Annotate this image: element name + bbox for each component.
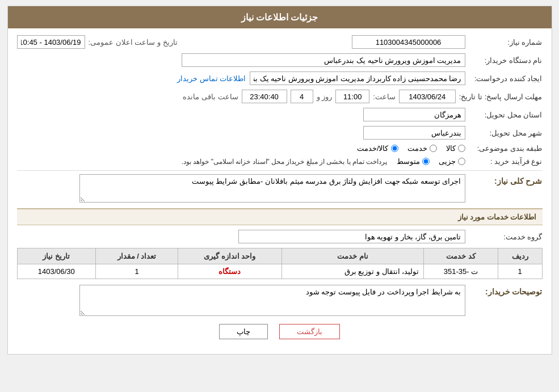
deadline-time-label: ساعت:: [373, 92, 396, 101]
request-number-label: شماره نیاز:: [469, 38, 543, 47]
request-number-input[interactable]: [352, 35, 465, 49]
col-quantity: تعداد / مقدار: [96, 248, 178, 264]
created-by-input: [250, 71, 465, 85]
row-purchase-type: نوع فرآیند خرید : جزیی متوسط پرداخت تمام…: [17, 157, 543, 166]
city-label: شهر محل تحویل:: [469, 129, 543, 137]
category-radio-kala[interactable]: [458, 145, 465, 152]
buyer-org-input: [182, 53, 465, 67]
service-group-row: گروه خدمت:: [17, 230, 543, 243]
service-group-input: [238, 230, 465, 243]
category-radio-group: کالا خدمت کالا/خدمت: [357, 144, 465, 153]
buttons-row: بازگشت چاپ: [17, 316, 543, 347]
category-radio-khadamat[interactable]: [430, 145, 437, 152]
col-row-number: ردیف: [498, 248, 542, 264]
category-radio-both[interactable]: [391, 145, 398, 152]
unit-link[interactable]: دستگاه: [218, 267, 241, 276]
divider-1: [17, 170, 543, 171]
services-section-title: اطلاعات خدمات مورد نیاز: [17, 208, 543, 225]
description-textarea[interactable]: اجرای توسعه شبکه جهت افزایش ولتاژ برق مد…: [79, 174, 465, 203]
cell-name: تولید، انتقال و توزیع برق: [281, 264, 424, 279]
deadline-time-input: [335, 90, 369, 103]
col-date: تاریخ نیاز: [17, 248, 96, 264]
category-option-2[interactable]: خدمت: [407, 144, 437, 153]
category-option-1[interactable]: کالا: [446, 144, 465, 153]
buyer-notes-label: توصیحات خریدار:: [469, 285, 543, 296]
services-table: ردیف کد خدمت نام خدمت واحد اندازه گیری ت…: [17, 248, 543, 279]
page-header: جزئیات اطلاعات نیاز: [8, 6, 552, 28]
row-province: استان محل تحویل:: [17, 108, 543, 121]
row-created-by: ایجاد کننده درخواست: اطلاعات تماس خریدار: [17, 71, 543, 85]
category-option-3[interactable]: کالا/خدمت: [357, 144, 398, 153]
col-service-name: نام خدمت: [281, 248, 424, 264]
row-deadline: مهلت ارسال پاسخ: تا تاریخ: ساعت: روز و س…: [17, 90, 543, 103]
deadline-date-input: [399, 90, 456, 103]
page-title: جزئیات اطلاعات نیاز: [241, 12, 318, 22]
cell-date: 1403/06/30: [17, 264, 96, 279]
purchase-type-note: پرداخت تمام یا بخشی از مبلغ خریداز محل "…: [182, 158, 388, 166]
deadline-label: مهلت ارسال پاسخ: تا تاریخ:: [459, 92, 543, 101]
service-group-label: گروه خدمت:: [469, 233, 543, 241]
cell-unit: دستگاه: [178, 264, 281, 279]
purchase-type-option-1[interactable]: جزیی: [439, 157, 465, 166]
col-service-code: کد خدمت: [424, 248, 498, 264]
purchase-type-radio-group: جزیی متوسط: [397, 157, 465, 166]
purchase-type-label: نوع فرآیند خرید :: [469, 157, 543, 166]
deadline-remain-label: ساعت باقی مانده: [183, 92, 238, 101]
purchase-type-radio-partial[interactable]: [458, 158, 465, 165]
announce-date-input: [17, 35, 85, 49]
created-by-label: ایجاد کننده درخواست:: [469, 74, 543, 83]
row-request-number: شماره نیاز: تاریخ و ساعت اعلان عمومی:: [17, 35, 543, 49]
contact-link[interactable]: اطلاعات تماس خریدار: [177, 74, 246, 83]
cell-row-num: 1: [498, 264, 542, 279]
city-input: [363, 126, 465, 140]
category-label: طبقه بندی موضوعی:: [469, 144, 543, 153]
content-area: شماره نیاز: تاریخ و ساعت اعلان عمومی: نا…: [8, 28, 552, 354]
deadline-days-input: [291, 90, 313, 103]
row-buyer-org: نام دستگاه خریدار:: [17, 53, 543, 67]
back-button[interactable]: بازگشت: [279, 324, 340, 339]
table-row: 1 ت -35-351 تولید، انتقال و توزیع برق دس…: [17, 264, 542, 279]
description-row: شرح کلی نیاز: اجرای توسعه شبکه جهت افزای…: [17, 174, 543, 203]
row-city: شهر محل تحویل:: [17, 126, 543, 140]
buyer-notes-row: توصیحات خریدار: به شرایط اجرا وپرداخت در…: [17, 285, 543, 316]
province-input: [363, 108, 465, 121]
row-category: طبقه بندی موضوعی: کالا خدمت کالا/خدمت: [17, 144, 543, 153]
col-unit: واحد اندازه گیری: [178, 248, 281, 264]
deadline-remain-input: [242, 90, 287, 103]
buyer-org-label: نام دستگاه خریدار:: [469, 56, 543, 65]
purchase-type-option-2[interactable]: متوسط: [397, 157, 430, 166]
print-button[interactable]: چاپ: [219, 324, 268, 339]
purchase-type-radio-medium[interactable]: [422, 158, 430, 165]
buyer-notes-textarea[interactable]: به شرایط اجرا وپرداخت در فایل پیوست توجه…: [79, 285, 465, 316]
cell-code: ت -35-351: [424, 264, 498, 279]
description-label: شرح کلی نیاز:: [469, 174, 543, 186]
main-container: جزئیات اطلاعات نیاز شماره نیاز: تاریخ و …: [7, 6, 552, 355]
announce-date-label: تاریخ و ساعت اعلان عمومی:: [89, 38, 178, 47]
province-label: استان محل تحویل:: [469, 111, 543, 119]
deadline-day-label: روز و: [317, 92, 333, 101]
cell-quantity: 1: [96, 264, 178, 279]
